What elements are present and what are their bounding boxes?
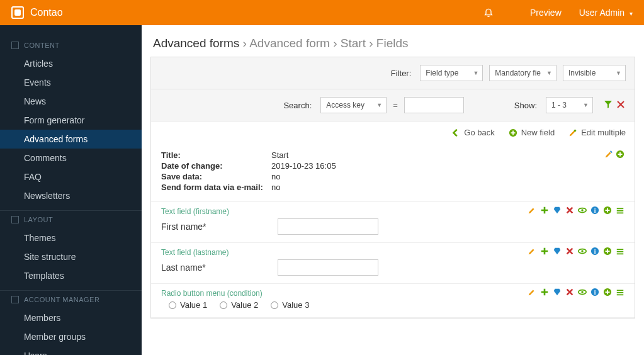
sidebar-group-account-manager[interactable]: ACCOUNT MANAGER bbox=[0, 290, 142, 308]
notifications-icon[interactable] bbox=[483, 7, 512, 19]
copy-icon[interactable] bbox=[553, 288, 562, 296]
sidebar-item-faq[interactable]: FAQ bbox=[0, 167, 142, 186]
new-icon[interactable] bbox=[616, 150, 624, 159]
group-icon bbox=[11, 216, 19, 223]
info-icon[interactable]: i bbox=[590, 247, 599, 256]
svg-rect-24 bbox=[617, 290, 624, 291]
svg-point-1 bbox=[574, 129, 577, 132]
listing-panel: Filter: Field type▼ Mandatory fie▼ Invis… bbox=[150, 57, 635, 318]
copy-icon[interactable] bbox=[553, 247, 562, 256]
svg-rect-26 bbox=[617, 295, 624, 296]
sidebar-item-member-groups[interactable]: Member groups bbox=[0, 327, 142, 346]
sidebar-item-templates[interactable]: Templates bbox=[0, 266, 142, 285]
sidebar-item-form-generator[interactable]: Form generator bbox=[0, 111, 142, 130]
new-after-icon[interactable] bbox=[603, 247, 612, 256]
new-after-icon[interactable] bbox=[603, 288, 612, 296]
svg-rect-8 bbox=[617, 208, 624, 210]
radio-option[interactable]: Value 2 bbox=[220, 300, 258, 310]
svg-text:i: i bbox=[594, 207, 596, 214]
svg-rect-10 bbox=[617, 213, 624, 214]
field-block: Radio button menu (condition)iValue 1Val… bbox=[151, 284, 635, 318]
sidebar-item-articles[interactable]: Articles bbox=[0, 54, 142, 73]
radio-icon bbox=[169, 301, 176, 309]
form-meta: Title: Start Date of change: 2019-10-23 … bbox=[151, 144, 635, 202]
preview-link[interactable]: Preview bbox=[530, 8, 562, 18]
radio-option[interactable]: Value 3 bbox=[271, 300, 309, 310]
field-text-input[interactable] bbox=[278, 259, 378, 276]
apply-filter-icon[interactable] bbox=[603, 99, 613, 111]
field-text-input[interactable] bbox=[278, 218, 378, 235]
sidebar-group-layout[interactable]: LAYOUT bbox=[0, 210, 142, 228]
sidebar-item-themes[interactable]: Themes bbox=[0, 228, 142, 247]
delete-icon[interactable] bbox=[565, 206, 574, 215]
filter-label: Filter: bbox=[391, 69, 412, 78]
drag-icon[interactable] bbox=[616, 288, 624, 296]
svg-rect-25 bbox=[617, 292, 624, 293]
go-back-link[interactable]: Go back bbox=[451, 128, 494, 137]
drag-icon[interactable] bbox=[616, 247, 624, 256]
search-value-input[interactable] bbox=[404, 97, 464, 113]
radio-label: Value 3 bbox=[282, 300, 309, 310]
svg-point-20 bbox=[581, 291, 584, 293]
new-field-link[interactable]: New field bbox=[509, 128, 555, 137]
actions-bar: Go back New field Edit multiple bbox=[151, 121, 635, 144]
radio-icon bbox=[271, 301, 278, 309]
show-label: Show: bbox=[514, 101, 537, 110]
copy-icon[interactable] bbox=[553, 206, 562, 215]
equals-sign: = bbox=[393, 101, 398, 110]
show-range-select[interactable]: 1 - 3▼ bbox=[546, 97, 593, 113]
visibility-icon[interactable] bbox=[578, 206, 587, 215]
radio-icon bbox=[220, 301, 227, 309]
edit-settings-icon[interactable] bbox=[604, 150, 613, 159]
sidebar-item-site-structure[interactable]: Site structure bbox=[0, 247, 142, 266]
visibility-icon[interactable] bbox=[578, 247, 587, 256]
sidebar-item-advanced-forms[interactable]: Advanced forms bbox=[0, 130, 142, 149]
user-menu[interactable]: User Admin ▾ bbox=[579, 8, 633, 18]
meta-mail-val: no bbox=[271, 183, 280, 192]
svg-rect-18 bbox=[617, 254, 624, 255]
drag-icon[interactable] bbox=[616, 206, 624, 215]
radio-option[interactable]: Value 1 bbox=[169, 300, 207, 310]
edit-icon[interactable] bbox=[528, 247, 536, 256]
svg-text:i: i bbox=[594, 248, 596, 255]
delete-icon[interactable] bbox=[565, 288, 574, 296]
svg-rect-9 bbox=[617, 210, 624, 211]
sidebar-group-content[interactable]: CONTENT bbox=[0, 37, 142, 54]
filter-invisible[interactable]: Invisible▼ bbox=[563, 65, 626, 81]
delete-icon[interactable] bbox=[565, 247, 574, 256]
sidebar-item-news[interactable]: News bbox=[0, 92, 142, 111]
filter-mandatory[interactable]: Mandatory fie▼ bbox=[489, 65, 556, 81]
crumb-1[interactable]: Advanced forms bbox=[153, 37, 239, 50]
brand-logo[interactable]: Contao bbox=[11, 6, 63, 19]
field-block: Text field (lastname)iLast name* bbox=[151, 243, 635, 284]
edit-icon[interactable] bbox=[528, 288, 536, 296]
search-key-select[interactable]: Access key▼ bbox=[320, 97, 387, 113]
info-icon[interactable]: i bbox=[590, 288, 599, 296]
sidebar-item-members[interactable]: Members bbox=[0, 308, 142, 327]
edit-icon[interactable] bbox=[528, 206, 536, 215]
svg-text:i: i bbox=[594, 289, 596, 296]
sidebar-item-comments[interactable]: Comments bbox=[0, 149, 142, 167]
sidebar-item-newsletters[interactable]: Newsletters bbox=[0, 186, 142, 205]
crumb-3[interactable]: Start bbox=[341, 37, 366, 50]
filter-bar-1: Filter: Field type▼ Mandatory fie▼ Invis… bbox=[151, 57, 635, 89]
sidebar-item-events[interactable]: Events bbox=[0, 73, 142, 92]
sidebar: CONTENTArticlesEventsNewsForm generatorA… bbox=[0, 25, 142, 355]
svg-rect-17 bbox=[617, 251, 624, 252]
filter-field-type[interactable]: Field type▼ bbox=[420, 65, 483, 81]
visibility-icon[interactable] bbox=[578, 288, 587, 296]
meta-save-val: no bbox=[271, 172, 280, 181]
reset-filter-icon[interactable] bbox=[616, 99, 626, 111]
add-icon[interactable] bbox=[540, 288, 549, 296]
info-icon[interactable]: i bbox=[590, 206, 599, 215]
sidebar-item-users[interactable]: Users bbox=[0, 346, 142, 355]
add-icon[interactable] bbox=[540, 247, 549, 256]
breadcrumb: Advanced forms › Advanced form › Start ›… bbox=[142, 25, 644, 57]
search-label: Search: bbox=[283, 101, 312, 110]
edit-multiple-link[interactable]: Edit multiple bbox=[568, 128, 626, 137]
field-label: First name* bbox=[161, 222, 265, 232]
add-icon[interactable] bbox=[540, 206, 549, 215]
new-after-icon[interactable] bbox=[603, 206, 612, 215]
user-label: User Admin bbox=[579, 8, 624, 18]
crumb-2[interactable]: Advanced form bbox=[249, 37, 330, 50]
